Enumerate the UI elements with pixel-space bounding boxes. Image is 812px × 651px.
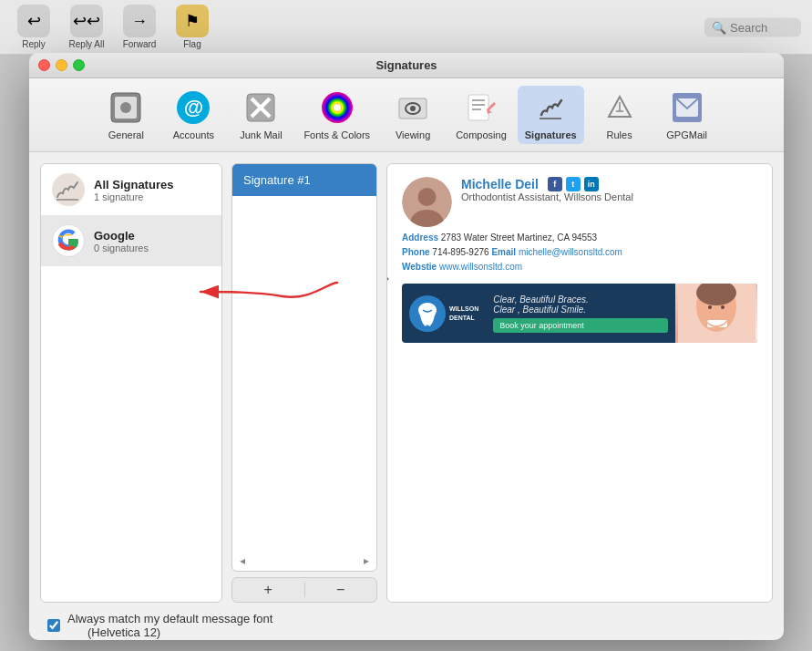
svg-point-10 — [410, 106, 416, 111]
junk-label: Junk Mail — [240, 129, 282, 140]
search-bar[interactable]: 🔍 — [704, 17, 801, 36]
toolbar-button-group: ↩ Reply ↩↩ Reply All → Forward ⚑ Flag — [11, 5, 215, 49]
close-button[interactable] — [38, 59, 50, 71]
reply-icon: ↩ — [17, 5, 50, 37]
svg-point-29 — [708, 305, 712, 309]
pref-signatures[interactable]: Signatures — [518, 86, 584, 144]
always-match-row: Always match my default message font (He… — [40, 612, 773, 639]
pref-accounts[interactable]: @ Accounts — [161, 86, 225, 144]
accounts-icon: @ — [175, 89, 211, 126]
search-input[interactable] — [730, 20, 794, 34]
twitter-icon: t — [566, 177, 581, 191]
flag-icon: ⚑ — [176, 5, 209, 37]
signatures-panel: Signature #1 ◂ ▸ + − — [231, 163, 377, 603]
viewing-label: Viewing — [396, 129, 430, 140]
google-sigs-count: 0 signatures — [94, 243, 149, 253]
three-column-layout: All Signatures 1 signature — [40, 163, 773, 603]
google-info: Google 0 signatures — [94, 229, 149, 253]
pref-general[interactable]: General — [94, 86, 158, 144]
signatures-label: Signatures — [525, 129, 577, 140]
reply-all-label: Reply All — [69, 39, 105, 49]
rules-icon — [601, 89, 638, 126]
svg-point-7 — [334, 104, 341, 111]
fonts-label: Fonts & Colors — [303, 129, 370, 140]
linkedin-icon: in — [584, 177, 599, 191]
email-label-text: Email — [491, 247, 518, 257]
all-sigs-avatar — [52, 173, 85, 206]
svg-point-22 — [418, 188, 437, 206]
website-value: www.willsonsltd.com — [439, 262, 522, 272]
pref-composing[interactable]: Composing — [448, 86, 514, 144]
email-value: michelle@willsonsltd.com — [519, 247, 622, 257]
dental-logo-text: WILLSONDENTAL — [449, 305, 478, 321]
google-name: Google — [94, 229, 149, 243]
sig-header: Michelle Deil f t in Orthodontist Assist… — [402, 177, 757, 227]
all-sigs-name: All Signatures — [94, 178, 173, 191]
sig-controls: + − — [231, 577, 377, 603]
pref-gpgmail[interactable]: GPGMail — [655, 86, 719, 144]
dental-logo-area: WILLSONDENTAL — [402, 284, 486, 343]
pref-rules[interactable]: Rules — [588, 86, 652, 144]
remove-signature-button[interactable]: − — [305, 578, 377, 602]
gpgmail-label: GPGMail — [666, 129, 707, 140]
window-title: Signatures — [375, 58, 437, 72]
dental-logo-svg — [409, 295, 446, 332]
pref-viewing[interactable]: Viewing — [381, 86, 445, 144]
sig-name-area: Michelle Deil f t in Orthodontist Assist… — [461, 177, 633, 208]
rules-label: Rules — [607, 129, 632, 140]
flag-button[interactable]: ⚑ Flag — [170, 5, 215, 49]
sig-full-name: Michelle Deil — [461, 177, 539, 191]
sig-name-row: Michelle Deil f t in — [461, 177, 633, 191]
phone-label: Phone — [402, 247, 430, 257]
dental-middle-content: Clear, Beautiful Braces. Clear , Beautif… — [486, 284, 675, 343]
smile-photo — [678, 284, 755, 343]
dental-banner: WILLSONDENTAL Clear, Beautiful Braces. C… — [402, 284, 757, 343]
dental-cta-button[interactable]: Book your appointment — [493, 318, 668, 333]
reply-all-button[interactable]: ↩↩ Reply All — [64, 5, 109, 49]
sig-job-title: Orthodontist Assistant, Willsons Dental — [461, 191, 633, 202]
dental-photo-bg — [675, 284, 757, 343]
all-sigs-info: All Signatures 1 signature — [94, 178, 173, 202]
signatures-list: Signature #1 ◂ ▸ — [231, 163, 377, 572]
signature-item-1[interactable]: Signature #1 — [232, 164, 376, 196]
always-match-text: Always match my default message font — [67, 612, 272, 625]
accounts-label: Accounts — [173, 129, 214, 140]
general-icon — [108, 89, 144, 126]
account-item-all[interactable]: All Signatures 1 signature — [41, 164, 221, 215]
all-sigs-count: 1 signature — [94, 191, 173, 202]
minimize-button[interactable] — [56, 59, 67, 71]
always-match-sub: (Helvetica 12) — [87, 625, 160, 639]
forward-icon: → — [123, 5, 156, 37]
accounts-panel: All Signatures 1 signature — [40, 163, 222, 603]
forward-label: Forward — [123, 39, 157, 49]
address-label: Address — [402, 232, 438, 243]
dental-photo — [675, 284, 757, 343]
scroll-arrows: ◂ ▸ — [232, 554, 376, 567]
svg-point-2 — [120, 102, 131, 113]
scroll-left: ◂ — [240, 554, 245, 567]
sig-address-row: Address 2783 Water Street Martinez, CA 9… — [402, 231, 757, 245]
signatures-window: Signatures General @ Accounts — [29, 53, 784, 640]
maximize-button[interactable] — [73, 59, 85, 71]
main-content: All Signatures 1 signature — [29, 152, 784, 640]
sig-website-row: Webstie www.willsonsltd.com — [402, 260, 757, 274]
sig-contact-info: Address 2783 Water Street Martinez, CA 9… — [402, 231, 757, 274]
website-label: Webstie — [402, 262, 437, 272]
account-item-google[interactable]: Google 0 signatures — [41, 215, 221, 266]
facebook-icon: f — [548, 177, 562, 191]
email-label: Email — [491, 247, 516, 257]
always-match-checkbox[interactable] — [47, 619, 60, 632]
signature-content: Michelle Deil f t in Orthodontist Assist… — [387, 164, 772, 356]
pref-fonts[interactable]: Fonts & Colors — [296, 86, 377, 144]
signatures-icon — [532, 89, 569, 126]
forward-button[interactable]: → Forward — [117, 5, 162, 49]
dental-tagline2: Clear , Beautiful Smile. — [493, 305, 668, 315]
composing-label: Composing — [456, 129, 507, 140]
social-icons: f t in — [548, 177, 599, 191]
reply-button[interactable]: ↩ Reply — [11, 5, 57, 49]
add-signature-button[interactable]: + — [232, 578, 304, 602]
junk-icon — [242, 89, 279, 126]
general-label: General — [108, 129, 144, 140]
pref-junk[interactable]: Junk Mail — [229, 86, 293, 144]
dental-tagline1: Clear, Beautiful Braces. — [493, 294, 668, 305]
